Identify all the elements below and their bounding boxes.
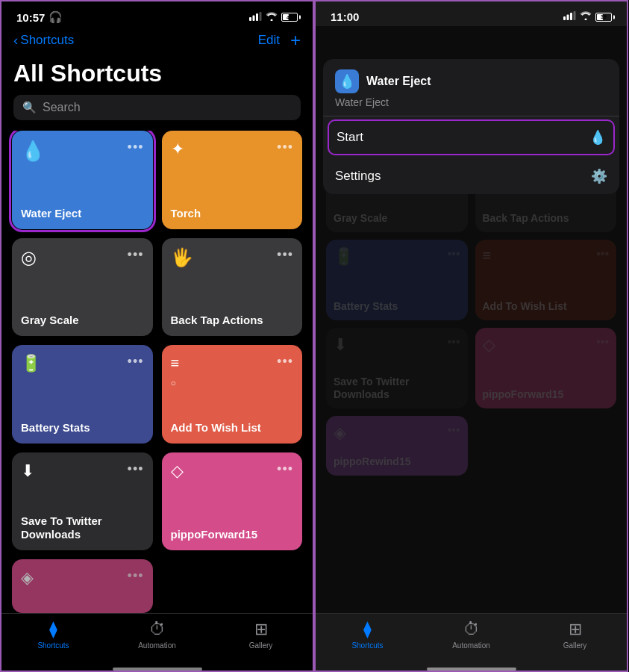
- right-wifi-icon: [580, 11, 592, 22]
- card-icon-twitter: ⬇: [21, 461, 34, 481]
- card-menu-pippo[interactable]: •••: [277, 461, 293, 477]
- left-tab-bar: ⧫ Shortcuts ⏱ Automation ⊞ Gallery: [1, 613, 313, 665]
- left-nav-bar: ‹ Shortcuts Edit +: [1, 27, 313, 55]
- card-icon-torch: ✦: [171, 140, 184, 159]
- card-label-battery: Battery Stats: [21, 421, 144, 435]
- tab-shortcuts[interactable]: ⧫ Shortcuts: [31, 620, 76, 650]
- search-placeholder: Search: [43, 101, 81, 114]
- shortcut-card-back-tap[interactable]: 🖐 ••• Back Tap Actions: [162, 238, 303, 337]
- card-icon-pippo: ◇: [171, 461, 184, 481]
- shortcut-card-water-eject[interactable]: 💧 ••• Water Eject: [12, 131, 153, 229]
- right-signal-icon: [563, 11, 576, 22]
- shortcuts-tab-label: Shortcuts: [37, 641, 69, 650]
- svg-rect-7: [574, 11, 576, 20]
- right-time: 11:00: [331, 10, 359, 23]
- card-icon-back-tap: 🖐: [171, 247, 193, 268]
- context-menu-header: 💧 Water Eject Water Eject: [323, 59, 619, 116]
- context-menu: 💧 Water Eject Water Eject Start 💧 Settin…: [323, 59, 619, 194]
- shortcut-card-torch[interactable]: ✦ ••• Torch: [162, 131, 303, 229]
- shortcut-card-pippo[interactable]: ◇ ••• pippoForward15: [162, 452, 303, 551]
- card-menu-water-eject[interactable]: •••: [128, 140, 144, 155]
- context-settings-icon: ⚙️: [591, 168, 607, 184]
- card-menu-back-tap[interactable]: •••: [277, 247, 293, 263]
- tab-automation[interactable]: ⏱ Automation: [135, 620, 180, 650]
- card-icon-water-eject: 💧: [21, 140, 45, 163]
- back-button[interactable]: ‹ Shortcuts: [13, 32, 258, 49]
- context-start-label: Start: [337, 130, 363, 145]
- svg-rect-3: [260, 12, 262, 21]
- right-tab-gallery[interactable]: ⊞ Gallery: [553, 620, 598, 650]
- card-label-torch: Torch: [171, 207, 294, 220]
- context-start-icon: 💧: [589, 129, 606, 146]
- card-menu-twitter[interactable]: •••: [128, 461, 144, 477]
- shortcuts-tab-icon: ⧫: [49, 620, 57, 639]
- automation-tab-icon: ⏱: [149, 620, 166, 639]
- left-signal-icon: [249, 12, 262, 23]
- right-home-indicator: [427, 668, 516, 671]
- nav-actions: Edit +: [258, 30, 301, 51]
- search-icon: 🔍: [22, 101, 37, 114]
- context-menu-settings[interactable]: Settings ⚙️: [323, 158, 619, 194]
- shortcut-card-battery[interactable]: 🔋 ••• Battery Stats: [12, 345, 153, 444]
- search-bar[interactable]: 🔍 Search: [13, 95, 301, 120]
- left-headphone-icon: 🎧: [48, 10, 63, 24]
- card-icon-extra: ◈: [21, 568, 34, 588]
- left-wifi-icon: [266, 12, 278, 23]
- context-shortcut-name: Water Eject: [335, 96, 607, 108]
- shortcut-card-extra[interactable]: ◈ •••: [12, 559, 153, 613]
- card-icon-battery: 🔋: [21, 354, 41, 373]
- card-icon-wish-list: ≡○: [171, 354, 180, 390]
- card-label-water-eject: Water Eject: [21, 207, 144, 220]
- left-battery-level: 40: [287, 15, 292, 20]
- card-label-back-tap: Back Tap Actions: [171, 314, 294, 327]
- right-battery-icon: 39: [595, 13, 612, 22]
- right-tab-shortcuts[interactable]: ⧫ Shortcuts: [345, 620, 390, 650]
- add-button[interactable]: +: [290, 30, 301, 51]
- context-app-row: 💧 Water Eject: [335, 69, 607, 93]
- right-shortcuts-tab-label: Shortcuts: [351, 641, 383, 650]
- card-menu-battery[interactable]: •••: [128, 354, 144, 370]
- context-menu-start[interactable]: Start 💧: [328, 119, 615, 155]
- card-icon-gray-scale: ◎: [21, 247, 37, 268]
- tab-gallery[interactable]: ⊞ Gallery: [239, 620, 284, 650]
- right-shortcuts-tab-icon: ⧫: [363, 620, 372, 639]
- left-home-indicator: [113, 668, 202, 671]
- card-menu-torch[interactable]: •••: [277, 140, 293, 155]
- automation-tab-label: Automation: [138, 641, 176, 650]
- right-gallery-tab-label: Gallery: [563, 641, 587, 650]
- card-menu-wish-list[interactable]: •••: [277, 354, 293, 370]
- right-automation-tab-label: Automation: [452, 641, 490, 650]
- right-status-bar: 11:00 39: [316, 1, 627, 26]
- shortcut-card-gray-scale[interactable]: ◎ ••• Gray Scale: [12, 238, 153, 337]
- card-label-pippo: pippoForward15: [171, 528, 294, 541]
- shortcut-card-twitter[interactable]: ⬇ ••• Save To Twitter Downloads: [12, 452, 153, 551]
- context-settings-label: Settings: [335, 169, 381, 184]
- gallery-tab-icon: ⊞: [254, 620, 268, 639]
- left-battery-icon: 40: [281, 13, 298, 22]
- card-menu-extra[interactable]: •••: [128, 568, 144, 584]
- svg-rect-4: [563, 16, 566, 20]
- page-title: All Shortcuts: [1, 55, 313, 95]
- card-menu-gray-scale[interactable]: •••: [128, 247, 144, 263]
- back-label[interactable]: Shortcuts: [20, 33, 74, 48]
- right-phone-panel: 11:00 39: [314, 0, 628, 672]
- chevron-left-icon: ‹: [13, 32, 18, 49]
- shortcut-card-wish-list[interactable]: ≡○ ••• Add To Wish List: [162, 345, 303, 444]
- card-label-wish-list: Add To Wish List: [171, 421, 294, 435]
- card-label-twitter: Save To Twitter Downloads: [21, 514, 144, 541]
- edit-button[interactable]: Edit: [258, 33, 280, 48]
- right-gallery-tab-icon: ⊞: [569, 620, 582, 639]
- left-time: 10:57: [16, 11, 45, 24]
- context-app-name: Water Eject: [366, 75, 431, 88]
- right-tab-automation[interactable]: ⏱ Automation: [449, 620, 494, 650]
- svg-rect-2: [256, 13, 258, 21]
- svg-rect-1: [253, 15, 255, 21]
- svg-rect-5: [567, 15, 569, 21]
- right-battery-level: 39: [601, 14, 607, 19]
- context-app-icon: 💧: [335, 69, 359, 93]
- card-label-gray-scale: Gray Scale: [21, 314, 144, 327]
- left-phone-panel: 10:57 🎧 40: [0, 0, 314, 672]
- right-automation-tab-icon: ⏱: [463, 620, 480, 639]
- svg-rect-6: [570, 13, 572, 20]
- right-tab-bar: ⧫ Shortcuts ⏱ Automation ⊞ Gallery: [316, 613, 627, 665]
